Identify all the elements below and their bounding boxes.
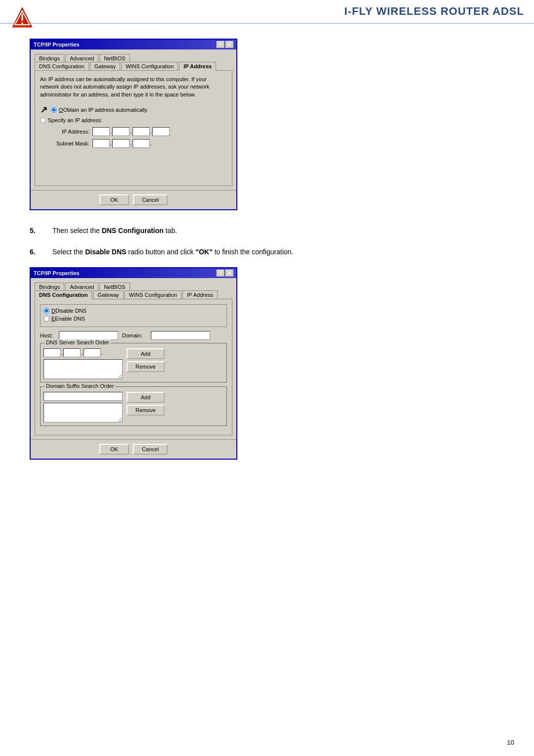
tab-bindings[interactable]: Bindings [35,54,64,62]
radio-enable-dns[interactable]: EEnable DNS [44,316,223,322]
domain-suffix-buttons: Add Remove [127,392,165,416]
tab2-wins-configuration[interactable]: WINS Configuration [125,290,181,299]
dialog1-tab-panel: An IP address can be automatically assig… [35,70,232,186]
dialog1-close-button[interactable]: ✕ [225,41,233,48]
dialog1-footer: OK Cancel [31,190,236,209]
dns-server-search-order: DNS Server Search Order . . . [40,343,227,382]
dialog2-titlebar: TCP/IP Properties ? ✕ [31,268,236,278]
subnet-seg1[interactable] [92,139,110,148]
tab-netbios[interactable]: NetBIOS [99,54,130,62]
dialog2-tabs-row1: Bindings Advanced NetBIOS [35,282,232,290]
step6-number: 6. [30,246,44,257]
logo [10,5,35,30]
dialog2-cancel-button[interactable]: Cancel [133,444,168,455]
domain-suffix-input[interactable] [44,392,123,401]
step5-bold: DNS Configuration [102,227,164,235]
tab2-gateway[interactable]: Gateway [93,290,123,299]
dns-server-list[interactable] [44,359,123,379]
subnet-seg2[interactable] [112,139,130,148]
radio-disable-dns[interactable]: DDisable DNS [44,308,223,314]
ip-seg4[interactable] [152,127,170,136]
tab-dns-configuration[interactable]: DNS Configuration [35,62,89,71]
dialog2-tab-panel: DDisable DNS EEnable DNS Host: Domain: [35,299,232,435]
host-input[interactable] [59,331,118,340]
radio-obtain-auto-label: OObtain an IP address automatically [59,107,147,113]
dialog1-titlebar-buttons: ? ✕ [217,41,233,48]
dialog2-titlebar-buttons: ? ✕ [217,270,233,277]
page-number: 10 [507,739,514,746]
radio-disable-dns-label: DDisable DNS [51,308,87,314]
tab-advanced[interactable]: Advanced [65,54,98,62]
tab2-dns-configuration[interactable]: DNS Configuration [35,290,92,299]
domain-label: Domain: [122,332,147,338]
ip-address-input-group: . . . [92,127,170,136]
main-content: TCP/IP Properties ? ✕ Bindings Advanced … [0,24,534,489]
domain-suffix-search-order: Domain Suffix Search Order Add Remove [40,386,227,426]
ip-seg3[interactable] [133,127,150,136]
radio-obtain-auto-input[interactable] [51,107,57,113]
dialog2-help-button[interactable]: ? [217,270,224,277]
dns-ip-seg3[interactable] [84,348,101,357]
dns-server-input-group: . . . [44,348,123,379]
ip-address-label: IP Address: [50,129,89,135]
dialog2-tabs-row2: DNS Configuration Gateway WINS Configura… [35,290,232,299]
radio-enable-dns-input[interactable] [44,316,49,322]
tab2-advanced[interactable]: Advanced [65,283,98,291]
subnet-dot3: . [150,140,152,147]
dns-ip-seg2[interactable] [63,348,81,357]
ip-dot2: . [130,128,132,135]
radio-specify-ip-input[interactable] [40,117,46,123]
radio-specify-ip[interactable]: Specify an IP address: [40,117,227,123]
domain-suffix-remove-button[interactable]: Remove [127,405,165,416]
dns-server-search-content: . . . Add Remove [44,348,223,379]
dialog1-tcp-ip-properties: TCP/IP Properties ? ✕ Bindings Advanced … [30,39,237,210]
domain-suffix-add-button[interactable]: Add [127,392,165,403]
subnet-seg3[interactable] [133,139,150,148]
domain-suffix-input-group [44,392,123,423]
tab-ip-address[interactable]: IP Address [179,62,216,71]
subnet-mask-label: Subnet Mask: [50,141,89,146]
dialog2-tcp-ip-properties: TCP/IP Properties ? ✕ Bindings Advanced … [30,267,237,460]
dns-ip-seg1[interactable] [44,348,61,357]
dialog2-ok-button[interactable]: OK [99,444,129,455]
dialog1-body: Bindings Advanced NetBIOS DNS Configurat… [31,49,236,190]
ip-seg1[interactable] [92,127,110,136]
dns-server-add-button[interactable]: Add [127,348,165,359]
domain-input[interactable] [151,331,210,340]
dialog1-help-button[interactable]: ? [217,41,224,48]
tab2-bindings[interactable]: Bindings [35,283,64,291]
dns-server-buttons: Add Remove [127,348,165,372]
dialog1-ok-button[interactable]: OK [99,194,129,205]
tab2-ip-address[interactable]: IP Address [182,290,218,299]
page-header: I-FLY WIRELESS ROUTER ADSL [0,0,534,24]
radio-obtain-auto[interactable]: OObtain an IP address automatically [51,107,147,113]
subnet-dot2: . [130,140,132,147]
domain-suffix-list[interactable] [44,403,123,423]
subnet-mask-input-group: . . . [92,139,152,148]
subnet-mask-row: Subnet Mask: . . . [50,139,227,148]
dns-server-search-label: DNS Server Search Order [44,339,111,345]
domain-suffix-search-label: Domain Suffix Search Order [44,383,115,389]
dialog2-close-button[interactable]: ✕ [225,270,233,277]
ip-dot1: . [110,128,112,135]
radio-disable-dns-input[interactable] [44,308,49,314]
step5-number: 5. [30,225,44,236]
host-label: Host: [40,332,55,338]
dns-mode-group: DDisable DNS EEnable DNS [40,304,227,327]
dns-server-remove-button[interactable]: Remove [127,361,165,372]
ip-seg2[interactable] [112,127,130,136]
tab-wins-configuration[interactable]: WINS Configuration [121,62,178,71]
dialog2-title: TCP/IP Properties [34,270,80,276]
tab-gateway[interactable]: Gateway [90,62,120,71]
ip-address-row: IP Address: . . . [50,127,227,136]
header-title: I-FLY WIRELESS ROUTER ADSL [344,5,524,18]
domain-suffix-search-content: Add Remove [44,392,223,423]
dialog2-footer: OK Cancel [31,439,236,459]
dialog2-body: Bindings Advanced NetBIOS DNS Configurat… [31,278,236,439]
dialog1-cancel-button[interactable]: Cancel [133,194,168,205]
step6-quote: "OK" [196,248,213,256]
tab2-netbios[interactable]: NetBIOS [99,283,130,291]
dialog1-tabs-row1: Bindings Advanced NetBIOS [35,53,232,62]
dialog1-description: An IP address can be automatically assig… [40,76,227,98]
step5: 5. Then select the DNS Configuration tab… [30,225,504,236]
